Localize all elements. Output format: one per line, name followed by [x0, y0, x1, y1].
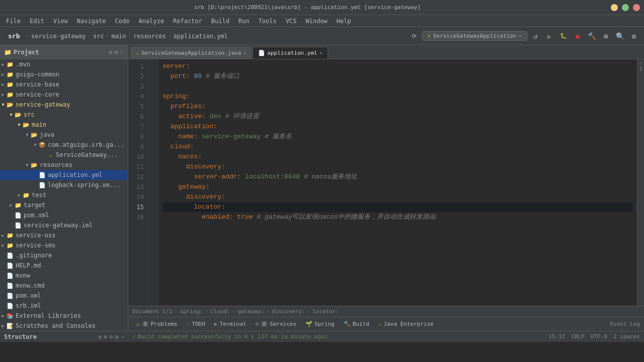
- menu-vcs[interactable]: VCS: [282, 17, 301, 26]
- tree-item-application-yml[interactable]: ▶ 📄 application.yml: [0, 170, 128, 180]
- tab-close-java[interactable]: ✕: [243, 50, 246, 56]
- gutter-11[interactable]: [148, 162, 158, 172]
- bottom-tab-spring[interactable]: 🌱 Spring: [301, 318, 339, 330]
- menu-analyze[interactable]: Analyze: [134, 17, 168, 26]
- menu-build[interactable]: Build: [207, 17, 233, 26]
- sidebar-close-icon[interactable]: −: [120, 49, 124, 56]
- tab-close-yml[interactable]: ✕: [319, 50, 323, 56]
- run-config-selector[interactable]: ▶ ServiceGatewayApplication ▾: [422, 31, 527, 41]
- run-button[interactable]: ▶: [543, 30, 555, 42]
- status-indent[interactable]: 2 spaces: [613, 333, 640, 340]
- tree-item-gitignore[interactable]: ▶ 📄 .gitignore: [0, 250, 128, 260]
- structure-expand-all-icon[interactable]: ⊕: [104, 333, 107, 340]
- gutter-2[interactable]: [148, 71, 158, 81]
- search-icon[interactable]: 🔍: [614, 30, 626, 42]
- gutter-14[interactable]: [148, 192, 158, 202]
- gutter-16[interactable]: [148, 212, 158, 222]
- breadcrumb-spring[interactable]: spring:: [180, 308, 203, 315]
- structure-collapse-all-icon[interactable]: ⊖: [109, 333, 113, 340]
- breadcrumb-doc[interactable]: Document 1/1: [132, 308, 172, 315]
- gutter-4[interactable]: [148, 92, 158, 102]
- sync-icon[interactable]: ⟳: [408, 30, 420, 42]
- menu-tools[interactable]: Tools: [255, 17, 281, 26]
- tree-item-service-oss[interactable]: ▶ 📁 service-oss: [0, 230, 128, 240]
- status-encoding[interactable]: UTF-8: [591, 333, 607, 340]
- settings-gear-icon[interactable]: ⚙: [628, 30, 640, 42]
- refresh-icon[interactable]: ↺: [529, 30, 541, 42]
- tree-item-scratches[interactable]: ▶ 📝 Scratches and Consoles: [0, 321, 128, 331]
- gutter-10[interactable]: [148, 152, 158, 162]
- tree-item-service-sms[interactable]: ▶ 📁 service-sms: [0, 240, 128, 250]
- close-button[interactable]: [633, 4, 640, 11]
- tree-item-resources[interactable]: ▼ 📂 resources: [0, 160, 128, 170]
- bottom-tab-java-enterprise[interactable]: ☕ Java Enterprise: [374, 318, 438, 330]
- tree-item-pom-xml-root[interactable]: ▶ 📄 pom.xml: [0, 291, 128, 301]
- gutter-3[interactable]: [148, 81, 158, 92]
- breadcrumb-locator[interactable]: locator:: [312, 308, 339, 315]
- structure-sort-icon[interactable]: ⇅: [98, 333, 102, 340]
- tree-item-mvnw[interactable]: ▶ 📄 mvnw: [0, 270, 128, 281]
- gutter-6[interactable]: [148, 112, 158, 122]
- tab-application-yml[interactable]: 📄 application.yml ✕: [253, 47, 328, 59]
- tree-item-test[interactable]: ▶ 📁 test: [0, 190, 128, 200]
- bottom-tab-build[interactable]: 🔨 Build: [340, 318, 373, 330]
- menu-view[interactable]: View: [49, 17, 72, 26]
- gutter-9[interactable]: [148, 142, 158, 152]
- tree-item-service-gateway-class[interactable]: ▶ ☕ ServiceGateway...: [0, 150, 128, 160]
- status-line-ending[interactable]: CRLF: [571, 333, 585, 340]
- tree-item-logback[interactable]: ▶ 📄 logback-spring.xm...: [0, 180, 128, 190]
- minimize-button[interactable]: [611, 4, 618, 11]
- tree-item-service-gateway-iml[interactable]: ▶ 📄 service-gateway.iml: [0, 220, 128, 230]
- bottom-tab-services[interactable]: ⚙ 8 Services: [251, 318, 300, 330]
- menu-help[interactable]: Help: [333, 17, 355, 26]
- tree-item-service-gateway[interactable]: ▼ 📂 service-gateway: [0, 100, 128, 110]
- tree-item-mvnw-cmd[interactable]: ▶ 📄 mvnw.cmd: [0, 281, 128, 291]
- gutter-8[interactable]: [148, 132, 158, 142]
- menu-edit[interactable]: Edit: [26, 17, 48, 26]
- status-line-col[interactable]: 15:17: [548, 333, 565, 340]
- gutter-5[interactable]: [148, 102, 158, 112]
- tree-item-srb-iml[interactable]: ▶ 📄 srb.iml: [0, 301, 128, 311]
- menu-code[interactable]: Code: [111, 17, 134, 26]
- tree-item-service-core[interactable]: ▶ 📁 service-core: [0, 89, 128, 100]
- tree-item-mvn[interactable]: ▶ 📁 .mvn: [0, 59, 128, 69]
- tab-service-gateway-java[interactable]: ☕ ServiceGatewayApplication.java ✕: [130, 47, 252, 59]
- tree-item-com-package[interactable]: ▼ 📦 com.atguigu.srb.ga...: [0, 140, 128, 150]
- bottom-tab-todo[interactable]: ✓ TODO: [183, 318, 209, 330]
- code-line-15[interactable]: locator:: [163, 202, 633, 212]
- maximize-button[interactable]: [622, 4, 629, 11]
- debug-button[interactable]: 🐛: [557, 30, 570, 42]
- breadcrumb-gateway[interactable]: gateway:: [237, 308, 264, 315]
- tree-item-pom-xml-gateway[interactable]: ▶ 📄 pom.xml: [0, 210, 128, 220]
- tree-item-guigu-common[interactable]: ▶ 📁 guigu-common: [0, 69, 128, 79]
- tree-item-external-libraries[interactable]: ▶ 📚 External Libraries: [0, 311, 128, 321]
- menu-refactor[interactable]: Refactor: [169, 17, 206, 26]
- bottom-tab-problems[interactable]: ⚠ 0 Problems: [132, 318, 182, 330]
- tree-item-help-md[interactable]: ▶ 📄 HELP.md: [0, 260, 128, 270]
- sidebar-settings-icon[interactable]: ⚙: [109, 49, 112, 56]
- menu-window[interactable]: Window: [301, 17, 331, 26]
- gutter-15[interactable]: [148, 202, 158, 212]
- tree-item-src[interactable]: ▼ 📂 src: [0, 110, 128, 120]
- sidebar-expand-icon[interactable]: ⊞: [115, 49, 118, 56]
- stop-button[interactable]: ◼: [572, 30, 584, 42]
- structure-icon[interactable]: ⊞: [600, 30, 612, 42]
- menu-file[interactable]: File: [2, 17, 25, 26]
- structure-hide-icon[interactable]: −: [121, 333, 124, 340]
- breadcrumb-cloud[interactable]: cloud:: [210, 308, 230, 315]
- menu-navigate[interactable]: Navigate: [73, 17, 110, 26]
- gutter-1[interactable]: [148, 61, 158, 71]
- gutter-12[interactable]: [148, 172, 158, 182]
- scroll-indicator[interactable]: ✓ 2: [637, 59, 644, 306]
- bottom-tab-terminal[interactable]: ▶ Terminal: [210, 318, 251, 330]
- gutter-13[interactable]: [148, 182, 158, 192]
- menu-run[interactable]: Run: [234, 17, 254, 26]
- tree-item-target[interactable]: ▶ 📁 target: [0, 200, 128, 210]
- tree-item-main[interactable]: ▼ 📂 main: [0, 120, 128, 130]
- tree-item-service-base[interactable]: ▶ 📁 service-base: [0, 79, 128, 89]
- tree-item-java[interactable]: ▼ 📂 java: [0, 130, 128, 140]
- build-button[interactable]: 🔨: [586, 30, 598, 42]
- gutter-7[interactable]: [148, 122, 158, 132]
- structure-settings-icon[interactable]: ⚙: [115, 333, 119, 340]
- event-log-label[interactable]: Event Log: [610, 321, 640, 327]
